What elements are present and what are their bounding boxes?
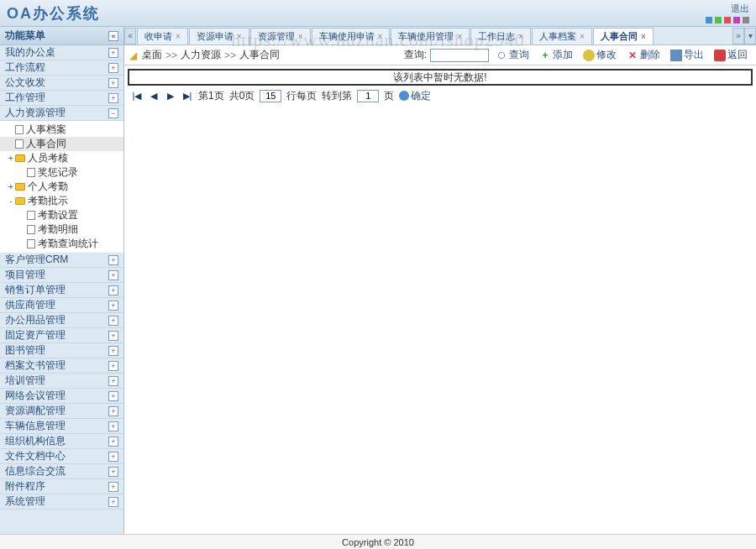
footer-copyright: Copyright © 2010 [0, 534, 756, 549]
edit-icon [583, 50, 595, 61]
tree-node-考勤设置[interactable]: 考勤设置 [0, 208, 123, 222]
expand-icon[interactable]: + [108, 93, 118, 103]
sidebar-item-15[interactable]: 资源调配管理+ [0, 404, 123, 419]
sidebar-item-14[interactable]: 网络会议管理+ [0, 389, 123, 404]
expand-icon[interactable]: + [108, 391, 118, 401]
export-button[interactable]: 导出 [667, 48, 707, 62]
sidebar-item-1[interactable]: 工作流程+ [0, 60, 123, 76]
tree-node-个人考勤[interactable]: +个人考勤 [0, 180, 123, 194]
tab-close-icon[interactable]: × [298, 32, 303, 41]
edit-button[interactable]: 修改 [580, 48, 620, 62]
tab-1[interactable]: 资源申请× [189, 28, 249, 44]
logout-link[interactable]: 退出 [731, 3, 749, 15]
expand-icon[interactable]: + [108, 270, 118, 280]
expand-icon[interactable]: + [108, 285, 118, 295]
expand-icon[interactable]: + [108, 437, 118, 447]
expand-icon[interactable]: + [108, 255, 118, 265]
tab-5[interactable]: 工作日志× [470, 28, 531, 44]
sidebar-item-6[interactable]: 项目管理+ [0, 268, 123, 283]
tab-scroll-right[interactable]: » [732, 28, 744, 44]
expand-icon[interactable]: + [108, 406, 118, 416]
tab-6[interactable]: 人事档案× [532, 28, 592, 44]
expand-icon[interactable]: + [108, 421, 118, 431]
pager-last-icon[interactable]: ▶| [181, 91, 193, 102]
tab-2[interactable]: 资源管理× [250, 28, 311, 44]
sidebar-item-0[interactable]: 我的办公桌+ [0, 45, 123, 60]
sidebar-item-20[interactable]: 附件程序+ [0, 479, 123, 494]
breadcrumb-bar: ◢ 桌面 >> 人力资源 >> 人事合同 查询: 查询 +添加 修改 ✕删除 导… [124, 45, 756, 65]
search-input[interactable] [430, 49, 489, 62]
tab-close-icon[interactable]: × [237, 32, 242, 41]
tab-close-icon[interactable]: × [580, 32, 585, 41]
expand-icon[interactable]: + [108, 467, 118, 477]
expand-icon[interactable]: + [108, 316, 118, 326]
expand-icon[interactable]: + [108, 482, 118, 492]
tab-0[interactable]: 收申请× [137, 28, 188, 44]
sidebar-item-12[interactable]: 档案文书管理+ [0, 358, 123, 374]
folder-icon [15, 183, 25, 191]
tree-node-考勤批示[interactable]: -考勤批示 [0, 194, 123, 208]
theme-color-picker[interactable] [706, 17, 749, 24]
sidebar-item-17[interactable]: 组织机构信息+ [0, 434, 123, 449]
tree-node-人事合同[interactable]: 人事合同 [0, 137, 123, 151]
sidebar-item-18[interactable]: 文件文档中心+ [0, 449, 123, 464]
tab-bar: « 收申请×资源申请×资源管理×车辆使用申请×车辆使用管理×工作日志×人事档案×… [124, 27, 756, 45]
sidebar-item-21[interactable]: 系统管理+ [0, 494, 123, 510]
sidebar-item-8[interactable]: 供应商管理+ [0, 298, 123, 313]
tab-close-icon[interactable]: × [378, 32, 383, 41]
tree-node-考勤明细[interactable]: 考勤明细 [0, 222, 123, 237]
tree-node-人员考核[interactable]: +人员考核 [0, 151, 123, 165]
pager-next-icon[interactable]: ▶ [165, 91, 176, 102]
expand-icon[interactable]: + [108, 452, 118, 462]
sidebar-item-3[interactable]: 工作管理+ [0, 91, 123, 106]
rows-per-page-input[interactable] [260, 90, 281, 102]
expand-icon[interactable]: + [108, 301, 118, 311]
sidebar-item-4[interactable]: 人力资源管理− [0, 106, 123, 121]
search-label: 查询: [404, 48, 427, 62]
back-button[interactable]: 返回 [711, 48, 751, 62]
tree-node-人事档案[interactable]: 人事档案 [0, 123, 123, 137]
sidebar-item-11[interactable]: 图书管理+ [0, 343, 123, 358]
search-button[interactable]: 查询 [492, 48, 533, 62]
goto-page-input[interactable] [357, 90, 379, 102]
tab-3[interactable]: 车辆使用申请× [312, 28, 391, 44]
sidebar-item-9[interactable]: 办公用品管理+ [0, 313, 123, 328]
pager-confirm-button[interactable]: 确定 [399, 89, 431, 103]
expand-icon[interactable]: + [108, 361, 118, 371]
data-table-empty: 该列表中暂时无数据! [128, 69, 753, 86]
tab-close-icon[interactable]: × [641, 32, 646, 41]
tab-7[interactable]: 人事合同× [593, 28, 654, 44]
expand-icon[interactable]: + [108, 376, 118, 386]
expand-icon[interactable]: + [108, 497, 118, 507]
delete-button[interactable]: ✕删除 [623, 48, 664, 62]
tab-close-icon[interactable]: × [457, 32, 462, 41]
file-icon [15, 125, 24, 134]
sidebar-item-10[interactable]: 固定资产管理+ [0, 328, 123, 343]
expand-icon[interactable]: + [108, 331, 118, 341]
breadcrumb-root[interactable]: 桌面 [142, 48, 162, 62]
add-icon: + [539, 50, 551, 61]
sidebar-item-5[interactable]: 客户管理CRM+ [0, 253, 123, 268]
tab-close-icon[interactable]: × [518, 32, 523, 41]
collapse-icon[interactable]: − [108, 108, 118, 118]
sidebar-item-19[interactable]: 信息综合交流+ [0, 464, 123, 479]
tab-scroll-left[interactable]: « [124, 28, 136, 44]
expand-icon[interactable]: + [108, 78, 118, 88]
pager-first-icon[interactable]: |◀ [131, 91, 143, 102]
sidebar-item-2[interactable]: 公文收发+ [0, 76, 123, 91]
sidebar-item-16[interactable]: 车辆信息管理+ [0, 419, 123, 434]
breadcrumb-path1[interactable]: 人力资源 [181, 48, 221, 62]
tree-node-奖惩记录[interactable]: 奖惩记录 [0, 165, 123, 180]
add-button[interactable]: +添加 [536, 48, 576, 62]
tree-node-考勤查询统计[interactable]: 考勤查询统计 [0, 237, 123, 251]
tab-menu-icon[interactable]: ▾ [744, 28, 756, 44]
expand-icon[interactable]: + [108, 63, 118, 73]
expand-icon[interactable]: + [108, 48, 118, 58]
sidebar-item-7[interactable]: 销售订单管理+ [0, 283, 123, 298]
expand-icon[interactable]: + [108, 346, 118, 356]
sidebar-item-13[interactable]: 培训管理+ [0, 374, 123, 389]
tab-close-icon[interactable]: × [176, 32, 181, 41]
pager-prev-icon[interactable]: ◀ [148, 91, 160, 102]
tab-4[interactable]: 车辆使用管理× [391, 28, 470, 44]
sidebar-collapse-icon[interactable]: « [108, 31, 118, 41]
